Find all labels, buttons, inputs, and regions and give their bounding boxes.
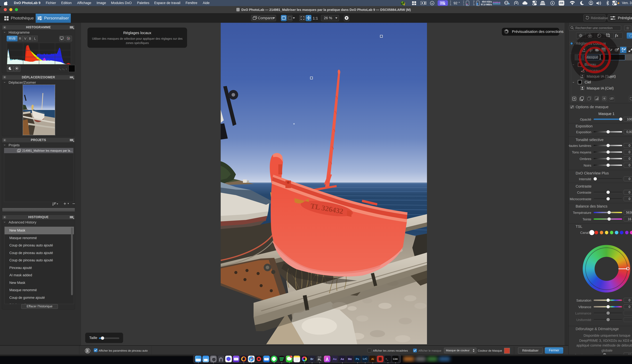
svg-text:w: w [431, 2, 433, 4]
svg-text:A: A [622, 47, 624, 50]
